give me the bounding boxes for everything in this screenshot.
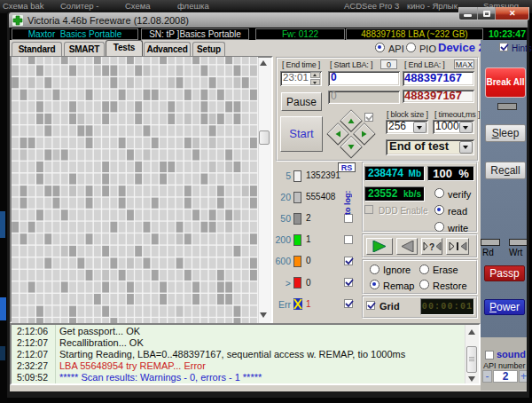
- svg-text:?: ?: [429, 242, 434, 252]
